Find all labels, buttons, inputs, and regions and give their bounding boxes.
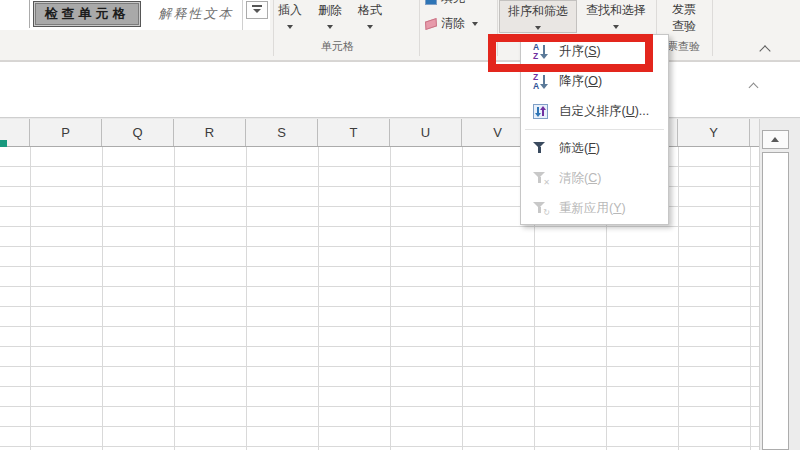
chevron-down-icon: [613, 25, 619, 29]
gallery-item-edge: [29, 0, 30, 28]
menu-label: 重新应用(: [559, 200, 613, 217]
chevron-down-icon: [535, 26, 541, 30]
chevron-down-icon: [287, 25, 293, 29]
style-check-cell[interactable]: 检查单元格: [33, 1, 141, 27]
custom-sort-icon: [533, 104, 548, 119]
invoice-label-line1: 发票: [660, 0, 708, 18]
menu-label: 清除(: [559, 170, 588, 187]
filter-reapply-icon: ↻: [533, 201, 547, 215]
column-header-q[interactable]: Q: [102, 119, 174, 146]
scroll-up-button[interactable]: [762, 130, 789, 149]
invoice-label-line2: 查验: [660, 18, 708, 35]
fill-icon: [425, 0, 437, 5]
column-header-u[interactable]: U: [390, 119, 462, 146]
column-header-p[interactable]: P: [30, 119, 102, 146]
excel-window: P Q R S T U V W X Y 检查单元格 解释性文本: [0, 0, 800, 450]
filter-clear-icon: ✕: [533, 171, 547, 185]
find-select-button[interactable]: 查找和选择: [579, 0, 653, 33]
column-header-s[interactable]: S: [246, 119, 318, 146]
format-button[interactable]: 格式: [345, 0, 395, 33]
gallery-divider: [242, 0, 243, 30]
menu-label: 自定义排序(: [559, 103, 626, 120]
formula-bar-collapse-icon[interactable]: [750, 77, 757, 95]
fill-label: 填充: [441, 0, 465, 5]
annotation-highlight-box: [488, 34, 653, 72]
menu-separator: [525, 129, 664, 130]
menu-item-reapply-filter: ↻ 重新应用(Y): [521, 193, 668, 223]
column-header-t[interactable]: T: [318, 119, 390, 146]
menu-label: 筛选(: [559, 140, 588, 157]
column-header-r[interactable]: R: [174, 119, 246, 146]
column-header-y[interactable]: Y: [678, 119, 750, 146]
style-explanatory-text[interactable]: 解释性文本: [148, 1, 244, 27]
fill-button[interactable]: 填充: [425, 0, 465, 8]
cells-group-label: 单元格: [300, 39, 375, 54]
invoice-check-button[interactable]: 发票 查验: [660, 0, 708, 33]
gallery-more-icon: [252, 5, 262, 7]
group-separator: [419, 0, 420, 56]
find-select-label: 查找和选择: [579, 0, 653, 19]
menu-item-filter[interactable]: 筛选(F): [521, 133, 668, 163]
filter-icon: [533, 141, 547, 155]
worksheet-area: P Q R S T U V W X Y: [0, 118, 800, 450]
sort-descending-icon: ZA: [532, 73, 548, 90]
menu-item-custom-sort[interactable]: 自定义排序(U)...: [521, 96, 668, 126]
clear-label: 清除: [441, 16, 465, 30]
menu-item-clear-filter: ✕ 清除(C): [521, 163, 668, 193]
eraser-icon: [425, 18, 437, 30]
chevron-down-icon: [327, 25, 333, 29]
group-separator: [712, 0, 713, 56]
scrollbar-thumb[interactable]: [762, 152, 789, 450]
sort-filter-label: 排序和筛选: [500, 1, 576, 20]
formula-bar[interactable]: [0, 61, 800, 118]
collapse-ribbon-button[interactable]: [761, 44, 769, 58]
chevron-down-icon: [472, 22, 478, 26]
selection-header-marker: [0, 140, 7, 147]
vertical-scrollbar[interactable]: [759, 119, 800, 450]
cell-styles-gallery: 检查单元格 解释性文本: [0, 0, 270, 30]
ribbon: 检查单元格 解释性文本 插入 删除 格式 单元格 填充 清除: [0, 0, 800, 61]
chevron-down-icon: [367, 25, 373, 29]
menu-label: 降序(: [559, 73, 588, 90]
scroll-up-arrow-icon: [771, 137, 779, 142]
sort-filter-button[interactable]: 排序和筛选: [499, 0, 577, 33]
chevron-up-icon: [759, 45, 770, 56]
clear-button[interactable]: 清除: [425, 15, 478, 33]
format-label: 格式: [345, 0, 395, 19]
